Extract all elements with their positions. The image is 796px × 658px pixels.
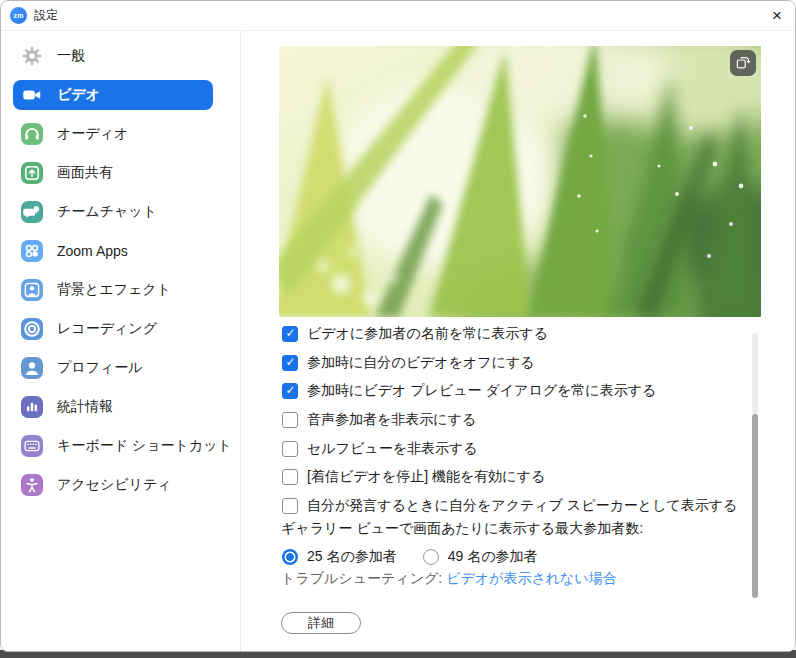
scrollbar-track[interactable] (752, 333, 758, 628)
option-row[interactable]: 参加時にビデオ プレビュー ダイアログを常に表示する (282, 381, 737, 401)
radio-label[interactable]: 25 名の参加者 (307, 548, 397, 566)
sidebar-item-label: プロフィール (57, 359, 143, 377)
gallery-view-label: ギャラリー ビューで画面あたりに表示する最大参加者数: (281, 520, 643, 538)
headphones-icon (21, 123, 43, 145)
record-ring-icon (21, 318, 43, 340)
camera-preview (279, 46, 761, 317)
sidebar-item-label: チームチャット (57, 203, 157, 221)
checkbox[interactable] (282, 412, 298, 428)
bar-chart-icon (21, 396, 43, 418)
sidebar-item-keyboard-shortcuts[interactable]: キーボード ショートカット (13, 431, 213, 461)
screen-share-icon (21, 162, 43, 184)
option-row[interactable]: 参加時に自分のビデオをオフにする (282, 353, 737, 373)
sidebar-item-zoom-apps[interactable]: Zoom Apps (13, 236, 213, 266)
sidebar-item-label: 一般 (57, 47, 85, 65)
sidebar-item-label: Zoom Apps (57, 243, 128, 259)
accessibility-icon (21, 474, 43, 496)
sidebar-item-statistics[interactable]: 統計情報 (13, 392, 213, 422)
video-not-showing-link[interactable]: ビデオが表示されない場合 (446, 570, 617, 586)
checkbox-label[interactable]: 参加時に自分のビデオをオフにする (307, 354, 535, 372)
zoom-logo-icon: zm (10, 7, 27, 24)
checkbox-label[interactable]: [着信ビデオを停止] 機能を有効にする (307, 468, 545, 486)
checkbox-label[interactable]: ビデオに参加者の名前を常に表示する (307, 325, 548, 343)
sidebar-item-label: 背景とエフェクト (57, 281, 171, 299)
screen: zm 設定 × 一般 ビデオ (0, 0, 796, 658)
checkbox[interactable] (282, 441, 298, 457)
checkbox[interactable] (282, 469, 298, 485)
gear-icon (21, 45, 43, 67)
checkbox-label[interactable]: セルフビューを非表示する (307, 440, 478, 458)
option-row[interactable]: 音声参加者を非表示にする (282, 410, 737, 430)
checkbox-label[interactable]: 自分が発言するときに自分をアクティブ スピーカーとして表示する (307, 497, 737, 515)
checkbox[interactable] (282, 326, 298, 342)
checkbox-label[interactable]: 音声参加者を非表示にする (307, 411, 476, 429)
option-row[interactable]: セルフビューを非表示する (282, 439, 737, 459)
video-settings-panel: ビデオに参加者の名前を常に表示する 参加時に自分のビデオをオフにする 参加時にビ… (241, 31, 795, 652)
checkbox-label[interactable]: 参加時にビデオ プレビュー ダイアログを常に表示する (307, 382, 656, 400)
camera-preview-image (279, 46, 761, 317)
sidebar-item-background-effects[interactable]: 背景とエフェクト (13, 275, 213, 305)
sidebar-item-general[interactable]: 一般 (13, 41, 213, 71)
profile-person-icon (21, 357, 43, 379)
background-effects-icon (21, 279, 43, 301)
scrollbar-thumb[interactable] (752, 414, 758, 598)
radio-49-participants[interactable] (423, 549, 439, 565)
sidebar-item-label: ビデオ (57, 86, 100, 104)
option-row[interactable]: [着信ビデオを停止] 機能を有効にする (282, 467, 737, 487)
rotate-video-button[interactable] (730, 50, 756, 76)
video-options-list: ビデオに参加者の名前を常に表示する 参加時に自分のビデオをオフにする 参加時にビ… (282, 324, 737, 525)
checkbox[interactable] (282, 383, 298, 399)
settings-window: zm 設定 × 一般 ビデオ (0, 0, 796, 652)
sidebar-item-label: キーボード ショートカット (57, 437, 232, 455)
checkbox[interactable] (282, 355, 298, 371)
sidebar-item-teamchat[interactable]: チームチャット (13, 197, 213, 227)
sidebar-item-label: 画面共有 (57, 164, 113, 182)
titlebar: zm 設定 × (1, 1, 795, 31)
zoom-apps-icon (21, 240, 43, 262)
troubleshooting-label: トラブルシューティング: (281, 570, 442, 586)
sidebar-item-label: 統計情報 (57, 398, 113, 416)
close-icon[interactable]: × (765, 4, 789, 28)
option-row[interactable]: 自分が発言するときに自分をアクティブ スピーカーとして表示する (282, 496, 737, 516)
scrollbar-track-upper[interactable] (752, 333, 758, 414)
sidebar-item-video[interactable]: ビデオ (13, 80, 213, 110)
sidebar-item-accessibility[interactable]: アクセシビリティ (13, 470, 213, 500)
troubleshooting-row: トラブルシューティング: ビデオが表示されない場合 (281, 570, 617, 588)
radio-25-participants[interactable] (282, 549, 298, 565)
max-participants-radio-group: 25 名の参加者 49 名の参加者 (282, 547, 538, 567)
keyboard-icon (21, 435, 43, 457)
sidebar-item-recording[interactable]: レコーディング (13, 314, 213, 344)
checkbox[interactable] (282, 498, 298, 514)
sidebar-item-label: レコーディング (57, 320, 157, 338)
chat-bubbles-icon (21, 201, 43, 223)
settings-sidebar: 一般 ビデオ オーディオ (1, 31, 241, 652)
sidebar-item-label: オーディオ (57, 125, 128, 143)
window-title: 設定 (34, 7, 58, 24)
sidebar-item-profile[interactable]: プロフィール (13, 353, 213, 383)
rotate-icon (734, 54, 752, 72)
advanced-button[interactable]: 詳細 (281, 612, 361, 634)
sidebar-item-audio[interactable]: オーディオ (13, 119, 213, 149)
sidebar-item-screenshare[interactable]: 画面共有 (13, 158, 213, 188)
sidebar-item-label: アクセシビリティ (57, 476, 172, 494)
video-camera-icon (21, 84, 43, 106)
radio-label[interactable]: 49 名の参加者 (448, 548, 538, 566)
option-row[interactable]: ビデオに参加者の名前を常に表示する (282, 324, 737, 344)
